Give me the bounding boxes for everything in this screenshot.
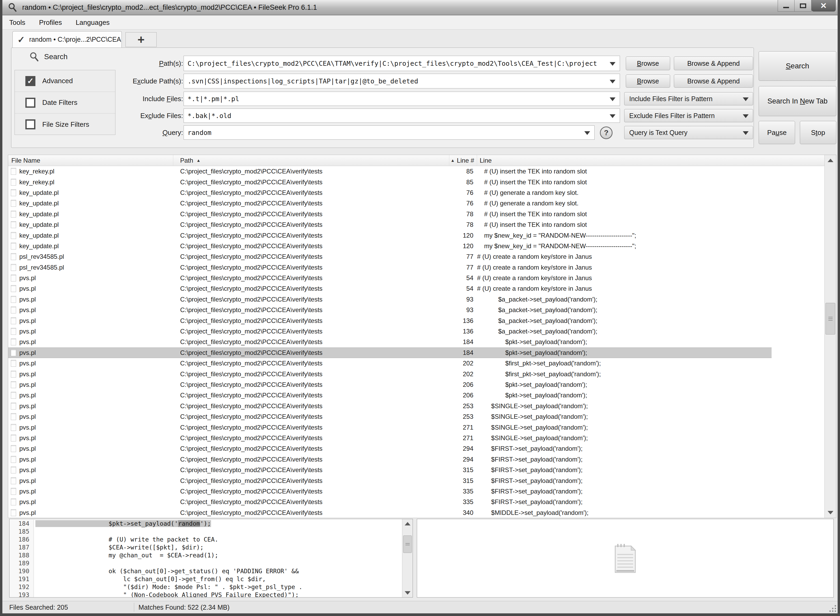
result-row[interactable]: key_update.pl C:\project_files\crypto_mo…	[8, 198, 772, 208]
line-number: 189	[9, 559, 34, 567]
result-row[interactable]: pvs.pl C:\project_files\crypto_mod2\PCC\…	[8, 475, 772, 486]
result-row[interactable]: pvs.pl C:\project_files\crypto_mod2\PCC\…	[8, 380, 772, 390]
include-files-input[interactable]: *.t|*.pm|*.pl	[184, 92, 620, 106]
result-row[interactable]: psl_rev34585.pl C:\project_files\crypto_…	[8, 251, 772, 262]
search-in-new-tab-button[interactable]: Search In New Tab	[759, 86, 836, 116]
column-header-file-name[interactable]: File Name	[8, 155, 173, 166]
menu-item[interactable]: Profiles	[32, 17, 69, 28]
result-row[interactable]: pvs.pl C:\project_files\crypto_mod2\PCC\…	[8, 433, 772, 443]
include-files-value: *.t|*.pm|*.pl	[188, 95, 239, 103]
result-row[interactable]: pvs.pl C:\project_files\crypto_mod2\PCC\…	[8, 315, 772, 326]
scrollbar-thumb[interactable]	[403, 535, 412, 553]
result-line-number: 85	[449, 179, 477, 186]
column-header-path[interactable]: Path▲	[173, 155, 449, 166]
result-line-text: $FIRST->set_payload('random');	[477, 477, 772, 484]
menu-item[interactable]: Tools	[2, 17, 32, 28]
result-line-text: $first_pkt->set_payload('random');	[477, 370, 772, 378]
preview-highlight-line[interactable]: 184 $pkt->set_payload('random');	[9, 520, 401, 528]
preview-line[interactable]: 192 "($dir) Mode: $mode Psl: " . $pkt->g…	[9, 583, 401, 591]
scroll-up-button[interactable]	[825, 155, 836, 166]
code-preview-pane[interactable]: 184 $pkt->set_payload('random'); 185 186	[9, 519, 413, 597]
preview-line[interactable]: 190 ok ($chan_out[0]->get_status() eq 'P…	[9, 567, 401, 575]
maximize-button[interactable]	[794, 0, 812, 12]
preview-line[interactable]: 189	[9, 559, 401, 567]
result-row[interactable]: pvs.pl C:\project_files\crypto_mod2\PCC\…	[8, 486, 772, 497]
result-path: C:\project_files\crypto_mod2\PCC\CEA\ver…	[173, 232, 449, 239]
menu-item[interactable]: Languages	[69, 17, 116, 28]
result-row[interactable]: pvs.pl C:\project_files\crypto_mod2\PCC\…	[8, 411, 772, 422]
result-row[interactable]: pvs.pl C:\project_files\crypto_mod2\PCC\…	[8, 273, 772, 283]
result-path: C:\project_files\crypto_mod2\PCC\CEA\ver…	[173, 242, 449, 250]
preview-line[interactable]: 191 lc $chan_out[0]->get_from() eq lc $d…	[9, 575, 401, 583]
paths-input[interactable]: C:\project_files\crypto_mod2\PCC\CEA\TTA…	[184, 56, 620, 71]
result-row[interactable]: pvs.pl C:\project_files\crypto_mod2\PCC\…	[8, 326, 772, 337]
scrollbar-thumb[interactable]	[825, 303, 835, 334]
result-row[interactable]: psl_rev34585.pl C:\project_files\crypto_…	[8, 262, 772, 273]
result-row[interactable]: pvs.pl C:\project_files\crypto_mod2\PCC\…	[8, 283, 772, 294]
scroll-down-button[interactable]	[402, 588, 413, 597]
result-row[interactable]: pvs.pl C:\project_files\crypto_mod2\PCC\…	[8, 443, 772, 454]
result-file-name: key_rekey.pl	[19, 168, 54, 175]
chevron-down-icon[interactable]	[609, 114, 615, 118]
result-row[interactable]: pvs.pl C:\project_files\crypto_mod2\PCC\…	[8, 454, 772, 465]
chevron-down-icon[interactable]	[584, 131, 590, 135]
search-button[interactable]: Search	[759, 51, 836, 81]
result-row[interactable]: key_rekey.pl C:\project_files\crypto_mod…	[8, 177, 772, 187]
pause-button[interactable]: Pause	[759, 121, 795, 144]
search-tab[interactable]: ✓ random • C:\proje...2\PCC\CEA	[12, 31, 122, 47]
result-row[interactable]: pvs.pl C:\project_files\crypto_mod2\PCC\…	[8, 497, 772, 507]
result-row[interactable]: key_update.pl C:\project_files\crypto_mo…	[8, 241, 772, 251]
result-path: C:\project_files\crypto_mod2\PCC\CEA\ver…	[173, 296, 449, 303]
close-button[interactable]: ✕	[812, 0, 836, 12]
result-row[interactable]: pvs.pl C:\project_files\crypto_mod2\PCC\…	[8, 358, 772, 369]
result-row[interactable]: key_update.pl C:\project_files\crypto_mo…	[8, 219, 772, 230]
exclude-paths-input[interactable]: .svn|CSS|inspections|log_scripts|TAP|tar…	[184, 74, 620, 88]
query-help-button[interactable]: ?	[600, 126, 612, 139]
result-row[interactable]: pvs.pl C:\project_files\crypto_mod2\PCC\…	[8, 294, 772, 305]
scroll-up-button[interactable]	[402, 519, 413, 528]
file-icon	[11, 403, 16, 409]
result-row[interactable]: pvs.pl C:\project_files\crypto_mod2\PCC\…	[8, 507, 772, 518]
browse-exclude-paths-button[interactable]: Browse	[626, 75, 670, 88]
result-row[interactable]: key_rekey.pl C:\project_files\crypto_mod…	[8, 166, 772, 177]
result-line-text: $a_packet->set_payload('random');	[477, 306, 772, 314]
minimize-button[interactable]	[778, 0, 794, 12]
preview-line[interactable]: 193 " (Non-Codebook Aligned PVS Failure …	[9, 591, 401, 597]
exclude-files-input[interactable]: *.bak|*.old	[184, 109, 620, 123]
query-input[interactable]: random	[184, 125, 595, 140]
result-row[interactable]: pvs.pl C:\project_files\crypto_mod2\PCC\…	[8, 390, 772, 400]
browse-append-exclude-paths-button[interactable]: Browse & Append	[674, 75, 753, 88]
results-vertical-scrollbar[interactable]	[824, 155, 836, 518]
result-row[interactable]: pvs.pl C:\project_files\crypto_mod2\PCC\…	[8, 305, 772, 315]
result-row[interactable]: pvs.pl C:\project_files\crypto_mod2\PCC\…	[8, 369, 772, 379]
preview-line[interactable]: 185	[9, 528, 401, 535]
line-number: 191	[9, 575, 34, 583]
new-tab-button[interactable]: +	[125, 32, 157, 47]
scroll-down-button[interactable]	[825, 507, 836, 518]
column-header-line-number[interactable]: ▲Line #	[449, 155, 477, 166]
result-row[interactable]: pvs.pl C:\project_files\crypto_mod2\PCC\…	[8, 465, 772, 475]
chevron-down-icon[interactable]	[609, 80, 615, 84]
result-row[interactable]: pvs.pl C:\project_files\crypto_mod2\PCC\…	[8, 348, 772, 358]
triangle-up-icon	[405, 522, 411, 525]
exclude-filter-select[interactable]: Exclude Files Filter is Pattern	[624, 109, 753, 122]
result-row[interactable]: pvs.pl C:\project_files\crypto_mod2\PCC\…	[8, 422, 772, 433]
preview-vertical-scrollbar[interactable]	[402, 519, 413, 597]
preview-line[interactable]: 186 # (U) write the packet to CEA.	[9, 535, 401, 543]
chevron-down-icon[interactable]	[609, 97, 615, 101]
browse-paths-button[interactable]: Browse	[626, 57, 670, 70]
result-row[interactable]: key_update.pl C:\project_files\crypto_mo…	[8, 209, 772, 219]
result-row[interactable]: pvs.pl C:\project_files\crypto_mod2\PCC\…	[8, 337, 772, 347]
column-header-line[interactable]: Line	[477, 155, 836, 166]
browse-append-paths-button[interactable]: Browse & Append	[674, 57, 753, 70]
preview-line[interactable]: 188 my @chan_out = $CEA->read(1);	[9, 551, 401, 559]
include-filter-select[interactable]: Include Files Filter is Pattern	[624, 92, 753, 106]
chevron-down-icon[interactable]	[609, 62, 615, 66]
stop-button[interactable]: Stop	[800, 121, 836, 144]
result-row[interactable]: key_update.pl C:\project_files\crypto_mo…	[8, 230, 772, 241]
result-row[interactable]: key_update.pl C:\project_files\crypto_mo…	[8, 188, 772, 198]
result-row[interactable]: pvs.pl C:\project_files\crypto_mod2\PCC\…	[8, 401, 772, 411]
preview-line[interactable]: 187 $CEA->write([$pkt], $dir);	[9, 543, 401, 551]
resize-grip[interactable]	[827, 603, 836, 612]
query-type-select[interactable]: Query is Text Query	[624, 126, 753, 139]
